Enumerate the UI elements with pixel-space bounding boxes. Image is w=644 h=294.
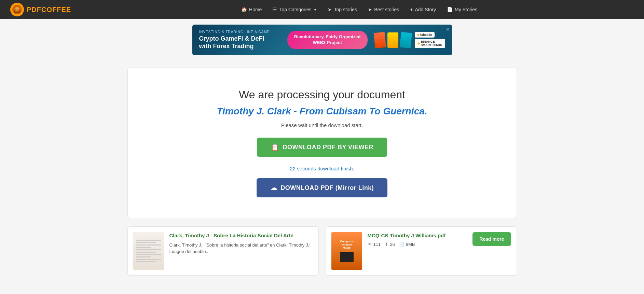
download-mirror-label: DOWNLOAD PDF (Mirror Link) (280, 184, 374, 192)
banner-close-button[interactable]: ✕ (446, 27, 450, 32)
thumb-line (136, 252, 156, 253)
nav-item-best-stories[interactable]: ➤ Best stories (363, 4, 404, 15)
story-meta-2: 👁 111 ⬇ 26 📄 8MB (368, 242, 467, 247)
nav-label-best-stories: Best stories (374, 7, 399, 12)
arrow-icon-2: ➤ (368, 7, 372, 12)
nav-item-top-categories[interactable]: ☰ Top Categories ▼ (268, 4, 321, 15)
nav-item-my-stories[interactable]: 📄 My Stories (442, 4, 482, 15)
banner-brands: ■ fxbox.io ◆ BINANCESMART CHAIN (415, 32, 445, 48)
dropdown-arrow-icon: ▼ (314, 8, 317, 12)
nav-link-home[interactable]: 🏠 Home (236, 4, 266, 15)
download-viewer-section: 📋 DOWNLOAD PDF BY VIEWER 22 seconds down… (141, 138, 503, 178)
grid-icon: ☰ (273, 7, 277, 12)
brand-fxbox-text: fxbox.io (420, 33, 432, 37)
brand-badge-fxbox: ■ fxbox.io (415, 32, 435, 38)
banner-cards (374, 32, 411, 48)
nav-link-my-stories[interactable]: 📄 My Stories (442, 4, 482, 15)
banner-card-3 (400, 32, 412, 48)
story-card-1: Clark, Timothy J - Sobre La Historia Soc… (127, 226, 319, 276)
thumb-line (136, 247, 151, 248)
document-icon: 📄 (447, 7, 453, 12)
thumb-line (136, 240, 161, 241)
logo-link[interactable]: PDFCOFFEE (10, 3, 71, 16)
downloads-count: 26 (390, 242, 395, 247)
thumb-line (136, 256, 151, 257)
read-more-button[interactable]: Read more (472, 232, 511, 246)
nav-link-best-stories[interactable]: ➤ Best stories (363, 4, 404, 15)
download-mirror-section: ☁ DOWNLOAD PDF (Mirror Link) (141, 178, 503, 197)
story-title-2[interactable]: MCQ-CS-Timothy J Williams.pdf (368, 232, 467, 239)
story-card-2: ComputerScienceMCQs MCQ-CS-Timothy J Wil… (326, 226, 517, 276)
story-excerpt-1: Clark, Timothy J.: "Sobre la historia so… (169, 242, 313, 255)
svg-point-4 (15, 7, 19, 11)
banner-cta-line2: WEB3 Project (294, 40, 361, 46)
nav-item-home[interactable]: 🏠 Home (236, 4, 266, 15)
views-count: 111 (373, 242, 381, 247)
nav-link-top-stories[interactable]: ➤ Top stories (323, 4, 362, 15)
main-content: We are processing your document Timothy … (0, 61, 644, 282)
navbar: PDFCOFFEE 🏠 Home ☰ Top Categories ▼ ➤ To… (0, 0, 644, 19)
downloads-meta: ⬇ 26 (385, 242, 395, 247)
cloud-download-icon: ☁ (270, 184, 277, 192)
thumb-lines-1 (133, 237, 164, 265)
nav-links: 🏠 Home ☰ Top Categories ▼ ➤ Top stories … (236, 4, 482, 15)
processing-card: We are processing your document Timothy … (127, 68, 517, 218)
banner-card-1 (374, 32, 386, 48)
home-icon: 🏠 (241, 7, 247, 12)
views-meta: 👁 111 (368, 242, 381, 247)
size-meta: 📄 8MB (399, 242, 415, 247)
banner-text: INVESTING & TRADING LIKE A GAME Crypto G… (199, 30, 280, 50)
file-download-icon: 📋 (271, 143, 279, 151)
related-section: Clark, Timothy J - Sobre La Historia Soc… (127, 226, 517, 276)
arrow-icon-1: ➤ (328, 7, 332, 12)
nav-label-top-categories: Top Categories (279, 7, 311, 12)
brand-binance-text: BINANCESMART CHAIN (421, 40, 442, 47)
plus-icon: + (410, 7, 413, 12)
banner[interactable]: INVESTING & TRADING LIKE A GAME Crypto G… (192, 25, 452, 55)
banner-cta-line1: Revolutionary, Fairly Organized (294, 34, 361, 40)
processing-title: We are processing your document (141, 88, 503, 101)
thumb-paper-1 (133, 232, 164, 270)
file-icon: 📄 (399, 242, 405, 247)
thumb-line (136, 242, 156, 243)
story-thumbnail-2: ComputerScienceMCQs (331, 232, 362, 270)
banner-title: Crypto GameFi & DeFiwith Forex Trading (199, 35, 280, 50)
download-viewer-label: DOWNLOAD PDF BY VIEWER (283, 144, 373, 151)
banner-card-2 (387, 32, 398, 48)
story-thumbnail-1 (133, 232, 164, 270)
nav-label-home: Home (249, 7, 262, 12)
thumb-label: ComputerScienceMCQs (340, 240, 353, 250)
file-size: 8MB (406, 242, 415, 247)
story-info-2: MCQ-CS-Timothy J Williams.pdf 👁 111 ⬇ 26… (368, 232, 467, 250)
download-icon: ⬇ (385, 242, 388, 247)
nav-label-my-stories: My Stories (455, 7, 477, 12)
brand-badge-binance: ◆ BINANCESMART CHAIN (415, 39, 445, 48)
story-title-1[interactable]: Clark, Timothy J - Sobre La Historia Soc… (169, 232, 313, 239)
processing-doc-title: Timothy J. Clark - From Cubisam To Guern… (141, 106, 503, 117)
story-info-1: Clark, Timothy J - Sobre La Historia Soc… (169, 232, 313, 255)
banner-subtitle: INVESTING & TRADING LIKE A GAME (199, 30, 280, 34)
logo-text: PDFCOFFEE (27, 6, 71, 14)
thumb-computer-2: ComputerScienceMCQs (331, 232, 362, 270)
download-mirror-button[interactable]: ☁ DOWNLOAD PDF (Mirror Link) (257, 178, 387, 197)
banner-cta[interactable]: Revolutionary, Fairly Organized WEB3 Pro… (287, 31, 368, 49)
nav-link-add-story[interactable]: + Add Story (405, 4, 441, 15)
nav-label-add-story: Add Story (415, 7, 436, 12)
thumb-screen (340, 252, 354, 262)
thumb-line (136, 259, 161, 260)
nav-item-top-stories[interactable]: ➤ Top stories (323, 4, 362, 15)
nav-item-add-story[interactable]: + Add Story (405, 4, 441, 15)
thumb-line (136, 261, 156, 262)
download-timer: 22 seconds download finish. (290, 166, 354, 171)
thumb-line (136, 244, 161, 246)
banner-container: INVESTING & TRADING LIKE A GAME Crypto G… (0, 19, 644, 61)
story-actions-2: Read more (472, 232, 511, 246)
download-viewer-button[interactable]: 📋 DOWNLOAD PDF BY VIEWER (257, 138, 387, 157)
thumb-line (136, 249, 161, 250)
processing-subtitle: Please wait until the download start. (141, 122, 503, 128)
thumb-line (136, 254, 161, 255)
eye-icon: 👁 (368, 242, 372, 247)
nav-link-top-categories[interactable]: ☰ Top Categories ▼ (268, 4, 321, 15)
nav-label-top-stories: Top stories (334, 7, 357, 12)
logo-icon (10, 3, 24, 16)
